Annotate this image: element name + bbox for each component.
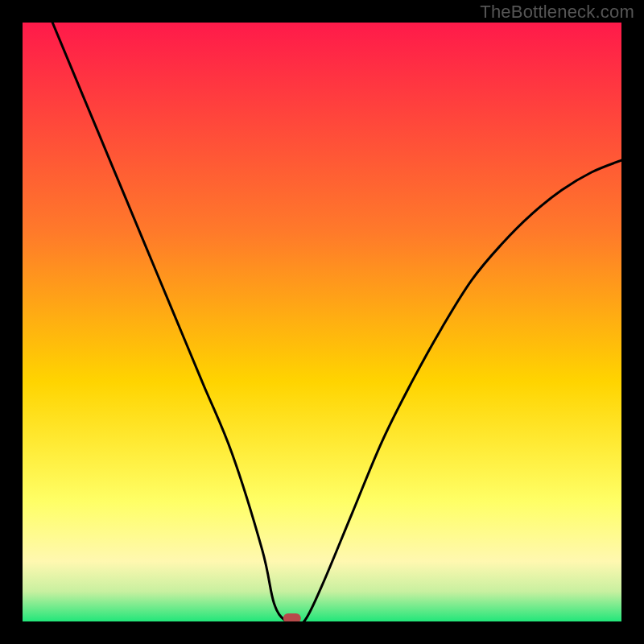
gradient-background: [23, 23, 621, 621]
watermark-text: TheBottleneck.com: [480, 2, 634, 23]
optimal-marker: [283, 613, 301, 621]
plot-area: [23, 23, 621, 621]
chart-frame: TheBottleneck.com: [0, 0, 644, 644]
chart-svg: [23, 23, 621, 621]
